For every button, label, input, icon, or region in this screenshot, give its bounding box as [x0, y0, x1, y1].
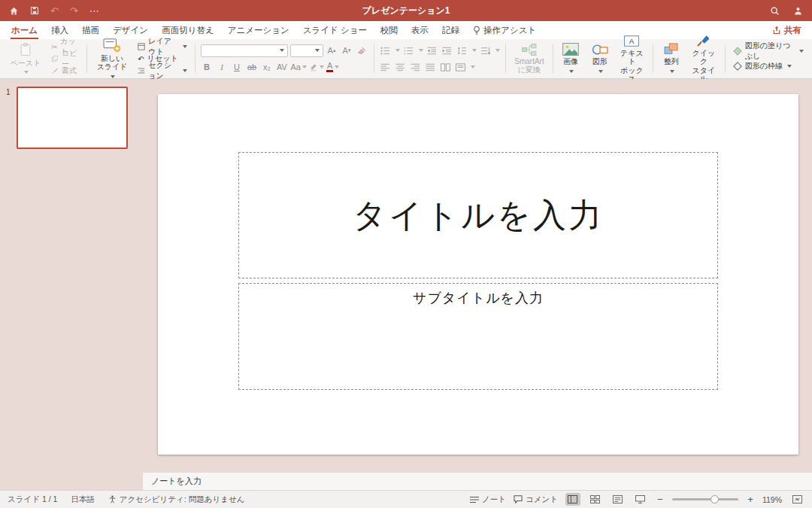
- tab-animations[interactable]: アニメーション: [221, 21, 296, 39]
- align-text-vertical-icon[interactable]: [454, 61, 467, 74]
- format-painter-icon: [51, 67, 59, 75]
- shape-fill-button[interactable]: 図形の塗りつぶし: [731, 46, 806, 57]
- paste-button[interactable]: ペースト: [6, 41, 45, 77]
- tab-review[interactable]: 校閲: [374, 21, 404, 39]
- increase-indent-icon[interactable]: [441, 44, 453, 57]
- convert-to-smartart-button[interactable]: SmartArtに変換: [511, 43, 547, 75]
- format-painter-button[interactable]: 書式: [49, 65, 81, 77]
- zoom-in-button[interactable]: +: [746, 494, 755, 505]
- textbox-button[interactable]: A テキストボックス: [617, 34, 648, 84]
- quick-styles-button[interactable]: クイックスタイル: [688, 34, 720, 84]
- account-icon[interactable]: [793, 6, 803, 16]
- chevron-down-icon: [183, 69, 187, 72]
- character-spacing-button[interactable]: AV: [276, 61, 289, 74]
- accessibility-icon: [108, 495, 117, 503]
- redo-icon[interactable]: ↷: [70, 6, 78, 16]
- tab-design[interactable]: デザイン: [106, 21, 155, 39]
- language-label: 日本語: [71, 494, 95, 505]
- bold-label: B: [204, 62, 210, 71]
- tab-design-label: デザイン: [113, 25, 148, 36]
- strikethrough-button[interactable]: ab: [246, 61, 259, 74]
- share-button[interactable]: 共有: [766, 21, 807, 39]
- zoom-out-button[interactable]: −: [656, 494, 665, 505]
- normal-view-button[interactable]: [565, 493, 580, 506]
- copy-icon: [51, 55, 59, 62]
- picture-button[interactable]: 画像: [559, 42, 583, 75]
- divider: [653, 44, 653, 73]
- search-icon[interactable]: [770, 6, 780, 16]
- tab-transitions[interactable]: 画面切り替え: [155, 21, 221, 39]
- section-button[interactable]: セクション: [135, 65, 189, 77]
- format-painter-label: 書式: [62, 65, 77, 76]
- tab-assist[interactable]: 操作アシスト: [466, 21, 543, 39]
- tab-home[interactable]: ホーム: [5, 21, 44, 39]
- reading-view-button[interactable]: [611, 493, 626, 506]
- shape-format-group: 図形の塗りつぶし 図形の枠線: [728, 41, 809, 77]
- slideshow-view-button[interactable]: [633, 493, 648, 506]
- comments-toggle-button[interactable]: コメント: [514, 494, 558, 505]
- bold-button[interactable]: B: [201, 61, 214, 74]
- slide-sorter-view-button[interactable]: [588, 493, 603, 506]
- font-name-combo[interactable]: [201, 44, 288, 57]
- accessibility-label: アクセシビリティ: 問題ありません: [120, 494, 245, 505]
- save-icon[interactable]: [30, 6, 39, 15]
- font-size-combo[interactable]: [290, 44, 323, 57]
- chevron-down-icon: [320, 65, 324, 68]
- new-slide-button[interactable]: 新しいスライド: [92, 37, 132, 81]
- align-center-icon[interactable]: [394, 61, 407, 74]
- clear-formatting-icon[interactable]: [356, 44, 368, 57]
- layout-icon: [138, 43, 145, 50]
- numbered-list-icon[interactable]: [402, 44, 415, 57]
- tab-view[interactable]: 表示: [404, 21, 435, 39]
- chevron-down-icon: [315, 49, 320, 52]
- layout-button[interactable]: レイアウト: [135, 41, 189, 53]
- align-right-icon[interactable]: [409, 61, 422, 74]
- shapes-button[interactable]: 図形: [587, 42, 612, 75]
- notes-pane[interactable]: ノートを入力: [143, 472, 812, 490]
- more-commands-icon[interactable]: ⋯: [89, 6, 99, 16]
- language-indicator[interactable]: 日本語: [71, 494, 95, 505]
- tab-home-label: ホーム: [11, 25, 38, 36]
- undo-icon[interactable]: ↶: [50, 6, 59, 16]
- new-slide-label-1: 新しい: [101, 54, 123, 62]
- slide-thumbnail-1[interactable]: [17, 87, 128, 149]
- subtitle-placeholder[interactable]: サブタイトルを入力: [238, 283, 718, 390]
- font-color-button[interactable]: A: [326, 61, 339, 74]
- text-highlight-button[interactable]: [309, 61, 324, 74]
- notes-toggle-button[interactable]: ノート: [470, 494, 506, 505]
- subtitle-placeholder-text: サブタイトルを入力: [413, 289, 544, 307]
- shape-outline-button[interactable]: 図形の枠線: [731, 61, 806, 72]
- accessibility-indicator[interactable]: アクセシビリティ: 問題ありません: [108, 494, 245, 505]
- tab-slideshow[interactable]: スライド ショー: [296, 21, 374, 39]
- text-direction-icon[interactable]: [479, 44, 492, 57]
- line-spacing-icon[interactable]: [456, 44, 468, 57]
- arrange-button[interactable]: 整列: [659, 42, 684, 75]
- bullet-list-icon[interactable]: [379, 44, 392, 57]
- slide-1[interactable]: タイトルを入力 サブタイトルを入力: [158, 94, 798, 455]
- italic-button[interactable]: I: [216, 61, 229, 74]
- underline-button[interactable]: U: [231, 61, 244, 74]
- copy-button[interactable]: コピー: [49, 53, 81, 65]
- decrease-font-size-button[interactable]: A▾: [341, 44, 353, 57]
- justify-icon[interactable]: [424, 61, 437, 74]
- shapes-label: 図形: [592, 57, 607, 65]
- subscript-button[interactable]: x₂: [261, 61, 274, 74]
- editor-column: タイトルを入力 サブタイトルを入力 ノートを入力: [143, 79, 812, 490]
- change-case-button[interactable]: Aa: [291, 61, 307, 74]
- zoom-level[interactable]: 119%: [762, 495, 782, 504]
- increase-font-size-button[interactable]: A▴: [326, 44, 338, 57]
- columns-icon[interactable]: [439, 61, 452, 74]
- align-left-icon[interactable]: [379, 61, 392, 74]
- char-spacing-label: AV: [277, 62, 287, 71]
- slide-canvas[interactable]: タイトルを入力 サブタイトルを入力: [143, 79, 812, 472]
- tab-insert[interactable]: 挿入: [44, 21, 75, 39]
- chevron-down-icon: [419, 49, 423, 52]
- decrease-indent-icon[interactable]: [426, 44, 438, 57]
- zoom-slider[interactable]: [672, 498, 738, 500]
- tab-record[interactable]: 記録: [435, 21, 466, 39]
- fit-slide-to-window-button[interactable]: [789, 493, 804, 506]
- zoom-slider-knob[interactable]: [710, 495, 719, 503]
- tab-draw[interactable]: 描画: [75, 21, 106, 39]
- home-icon[interactable]: [9, 6, 19, 16]
- title-placeholder[interactable]: タイトルを入力: [238, 152, 718, 278]
